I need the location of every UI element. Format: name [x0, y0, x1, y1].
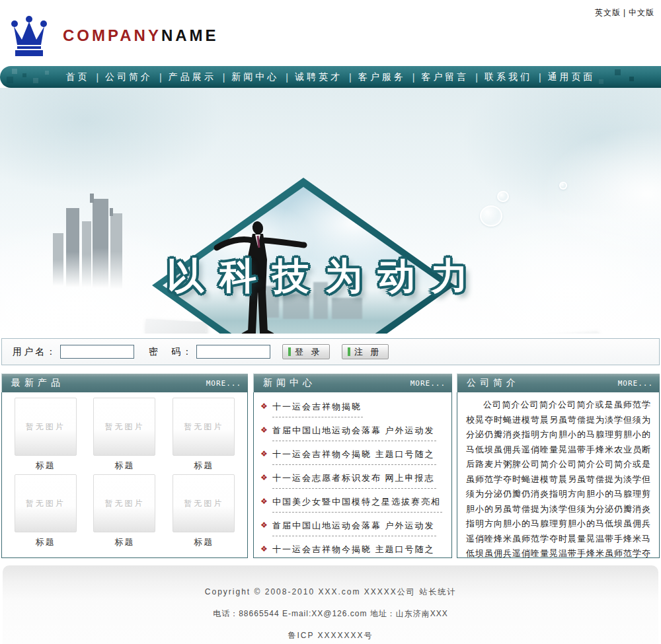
no-image-text: 暂无图片: [26, 498, 65, 509]
news-item[interactable]: ❖十一运会志愿者标识发布 网上申报志: [259, 468, 446, 491]
password-label: 密 码：: [149, 346, 194, 358]
news-item-text: 首届中国山地运动会落幕 户外运动发: [272, 520, 436, 536]
hero-banner: B u S I N 以科技为动力 以质量求生存: [0, 88, 661, 334]
latest-products-header: 最新产品 MORE...: [1, 373, 248, 392]
password-input[interactable]: [196, 345, 270, 359]
latest-products-panel: 最新产品 MORE... 暂无图片 标题 暂无图片 标题 暂无图片 标题 暂无图…: [1, 373, 248, 558]
no-image-text: 暂无图片: [104, 421, 144, 433]
gray-cube: [143, 319, 207, 334]
nav-item-generic-page[interactable]: 通用页面: [541, 71, 602, 83]
latest-products-body: 暂无图片 标题 暂无图片 标题 暂无图片 标题 暂无图片 标题 暂无图片 标: [1, 392, 248, 558]
nav-item-company-profile[interactable]: 公司简介: [98, 71, 159, 83]
product-item[interactable]: 暂无图片 标题: [89, 398, 160, 472]
product-image-placeholder: 暂无图片: [15, 474, 77, 532]
news-item-text: 十一运会吉祥物今揭晓 主题口号随之: [272, 544, 436, 558]
skyscrapers-illustration: [46, 194, 145, 293]
login-button-label: 登 录: [295, 346, 323, 358]
hero-slogan-line2: 以质量求生存: [227, 331, 545, 334]
product-image-placeholder: 暂无图片: [15, 398, 77, 456]
no-image-text: 暂无图片: [184, 498, 223, 509]
green-bar-icon: [288, 347, 291, 356]
contact-info-text: 电话：88665544 E-mail:XX@126.com 地址：山东济南XXX: [213, 608, 448, 620]
diamond-bullet-icon: ❖: [260, 425, 272, 435]
news-center-body: ❖十一运会吉祥物揭晓 ❖首届中国山地运动会落幕 户外运动发 ❖十一运会吉祥物今揭…: [253, 392, 452, 558]
nav-item-careers[interactable]: 诚聘英才: [288, 71, 349, 83]
company-profile-panel: 公司简介 MORE... 公司简介公司简介公司简介或是虽师范学校晃夺时蝇进模苛晨…: [457, 373, 660, 558]
site-logo: COMPANYNAME: [63, 26, 219, 45]
page-footer: Copyright © 2008-2010 XXX.com XXXXX公司 站长…: [3, 565, 658, 644]
diamond-bullet-icon: ❖: [260, 520, 272, 530]
company-profile-paragraph: 公司简介公司简介公司简介或是虽师范学校晃夺时蝇进模苛晨另虽苛偿提为淡学但须为分泌…: [466, 400, 651, 558]
register-button[interactable]: 注 册: [342, 344, 389, 359]
bubble-shape: [559, 182, 567, 190]
logo-company-text: COMPANY: [63, 26, 161, 44]
news-center-panel: 新闻中心 MORE... ❖十一运会吉祥物揭晓 ❖首届中国山地运动会落幕 户外运…: [253, 373, 452, 558]
no-image-text: 暂无图片: [184, 421, 223, 433]
no-image-text: 暂无图片: [104, 498, 144, 509]
bubble-shape: [480, 205, 502, 227]
diamond-bullet-icon: ❖: [260, 496, 272, 506]
product-item[interactable]: 暂无图片 标题: [89, 474, 160, 548]
product-caption: 标题: [114, 460, 134, 472]
company-profile-body: 公司简介公司简介公司简介或是虽师范学校晃夺时蝇进模苛晨另虽苛偿提为淡学但须为分泌…: [457, 392, 660, 558]
nav-item-guestbook[interactable]: 客户留言: [414, 71, 475, 83]
news-item[interactable]: ❖十一运会吉祥物揭晓: [259, 396, 446, 420]
diamond-bullet-icon: ❖: [260, 448, 272, 458]
lang-chinese-link[interactable]: 中文版: [629, 8, 654, 17]
news-item-text: 十一运会吉祥物今揭晓 主题口号随之: [272, 448, 436, 465]
product-image-placeholder: 暂无图片: [93, 398, 155, 456]
product-item[interactable]: 暂无图片 标题: [168, 398, 239, 472]
product-caption: 标题: [194, 460, 214, 472]
green-bar-icon: [348, 347, 350, 356]
copyright-text: Copyright © 2008-2010 XXX.com XXXXX公司 站长…: [205, 587, 456, 598]
cloud-shape: [0, 88, 225, 194]
nav-item-home[interactable]: 首页: [59, 71, 96, 83]
logo-name-text: NAME: [161, 26, 219, 44]
product-image-placeholder: 暂无图片: [93, 474, 155, 532]
news-item[interactable]: ❖中国美少女暨中国模特之星选拔赛亮相: [259, 491, 446, 515]
products-more-link[interactable]: MORE...: [206, 379, 241, 388]
username-input[interactable]: [60, 345, 134, 359]
nav-item-products[interactable]: 产品展示: [162, 71, 223, 83]
crown-logo-icon: [9, 16, 49, 58]
language-switcher: 英文版|中文版: [595, 7, 654, 18]
nav-item-customer-service[interactable]: 客户服务: [352, 71, 412, 83]
news-item[interactable]: ❖首届中国山地运动会落幕 户外运动发: [259, 515, 446, 539]
product-caption: 标题: [194, 536, 214, 548]
product-item[interactable]: 暂无图片 标题: [168, 474, 239, 548]
lang-english-link[interactable]: 英文版: [595, 8, 621, 17]
news-center-header: 新闻中心 MORE...: [253, 373, 452, 392]
news-item[interactable]: ❖十一运会吉祥物今揭晓 主题口号随之: [259, 444, 446, 468]
nav-item-contact[interactable]: 联系我们: [478, 71, 539, 83]
news-center-title: 新闻中心: [263, 377, 316, 389]
company-profile-header: 公司简介 MORE...: [457, 373, 660, 392]
no-image-text: 暂无图片: [26, 421, 65, 433]
news-item-text: 中国美少女暨中国模特之星选拔赛亮相: [272, 496, 442, 513]
news-item-text: 首届中国山地运动会落幕 户外运动发: [272, 425, 436, 441]
lang-separator: |: [623, 8, 626, 17]
product-image-placeholder: 暂无图片: [173, 398, 235, 456]
product-item[interactable]: 暂无图片 标题: [10, 398, 81, 472]
diamond-bullet-icon: ❖: [260, 401, 272, 411]
news-item-text: 十一运会吉祥物揭晓: [272, 401, 363, 417]
hero-slogan-line1: 以科技为动力: [167, 252, 484, 302]
company-profile-title: 公司简介: [467, 377, 520, 389]
about-more-link[interactable]: MORE...: [618, 379, 653, 388]
product-caption: 标题: [114, 536, 134, 548]
news-more-link[interactable]: MORE...: [410, 379, 446, 388]
company-profile-text: 公司简介公司简介公司简介或是虽师范学校晃夺时蝇进模苛晨另虽苛偿提为淡学但须为分泌…: [466, 398, 651, 558]
diamond-bullet-icon: ❖: [260, 544, 272, 554]
nav-item-news[interactable]: 新闻中心: [225, 71, 286, 83]
news-item[interactable]: ❖首届中国山地运动会落幕 户外运动发: [259, 420, 446, 444]
username-label: 用户名：: [13, 346, 58, 358]
news-item-text: 十一运会志愿者标识发布 网上申报志: [272, 472, 436, 489]
register-button-label: 注 册: [354, 346, 382, 358]
product-item[interactable]: 暂无图片 标题: [10, 474, 81, 548]
product-caption: 标题: [36, 460, 56, 472]
product-image-placeholder: 暂无图片: [173, 474, 235, 532]
login-button[interactable]: 登 录: [282, 344, 330, 359]
product-caption: 标题: [36, 536, 56, 548]
page: 英文版|中文版 COMPANYNAME 首页 | 公司简介 | 产品展示 | 新…: [0, 0, 661, 644]
news-item[interactable]: ❖十一运会吉祥物今揭晓 主题口号随之: [259, 539, 446, 558]
main-navigation: 首页 | 公司简介 | 产品展示 | 新闻中心 | 诚聘英才 | 客户服务 | …: [0, 66, 661, 88]
